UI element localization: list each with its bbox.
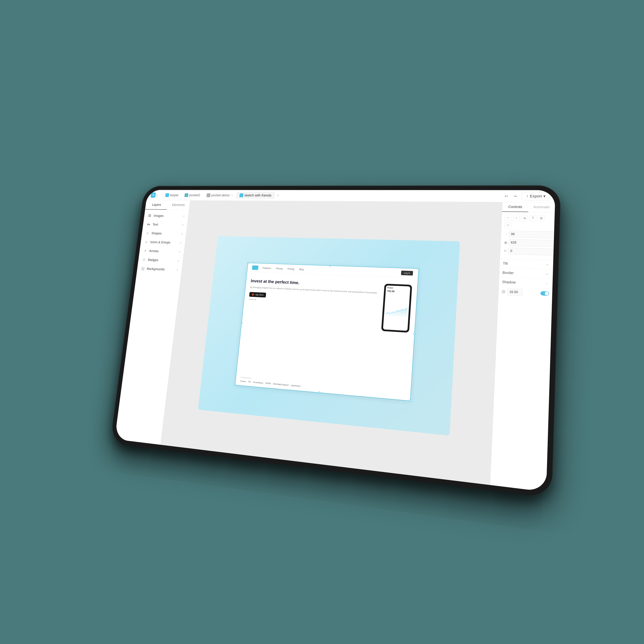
rotation-input[interactable] [508, 248, 555, 256]
mock-logo-cbs: ⑤CBS [265, 382, 271, 385]
shadow-value-input[interactable] [507, 288, 523, 296]
mock-logos: As featured in Forbes TiC PocketNews ⑤CB… [235, 376, 411, 401]
tab-pocket2[interactable]: pocket2 [181, 192, 203, 198]
icons-emojis-add-icon[interactable]: + [179, 241, 182, 245]
x-input[interactable] [509, 231, 555, 238]
export-label: Export [530, 194, 542, 198]
border-add-icon[interactable]: + [544, 272, 550, 277]
sidebar-item-text[interactable]: Aa Text + [143, 220, 188, 230]
logo-chevron-icon: ▾ [157, 194, 158, 196]
shadow-color-dot[interactable] [502, 290, 505, 293]
tab-sketch-with-friends[interactable]: sketch with friends [236, 192, 275, 199]
mock-nav-link-blog: Blog [298, 267, 305, 271]
right-sidebar-tabs: Controls Automate [502, 202, 555, 212]
redo-button[interactable]: ↪ [511, 193, 519, 199]
w-input-group: ▦ [504, 239, 555, 247]
mock-rating: ★★★★★ [249, 298, 378, 307]
mock-logo-tic: TiC [248, 381, 251, 383]
mock-logo-pocketnews: PocketNews [253, 381, 263, 384]
mock-hero-left: Invest at the perfect time. By leveragin… [242, 278, 379, 381]
images-label: Images [153, 214, 164, 218]
right-sidebar: Controls Automate ↔ ↕ ⇆ T ☰ [490, 202, 555, 492]
mock-phone-screen: Pocket 752.58 [383, 285, 410, 331]
transform-text[interactable]: T [529, 215, 536, 221]
icons-emojis-icon: ☺ [144, 239, 149, 244]
selection-handle-tr[interactable] [418, 268, 419, 270]
mock-chart-svg [385, 293, 409, 329]
top-bar-right: ↩ ↪ ↑ Export ▾ [502, 192, 550, 200]
canvas-content: Features Pricing Pricing Blog Log In [198, 236, 460, 436]
tab-add-button[interactable]: + [275, 193, 281, 198]
transform-align[interactable]: ☰ [538, 215, 545, 221]
tab-close-pocket-demo[interactable]: × [231, 194, 233, 197]
w-label: ▦ [504, 240, 507, 244]
sidebar-item-shapes[interactable]: ◇ Shapes + [141, 229, 186, 238]
logo-area: ✦ ▾ [150, 192, 158, 198]
export-button[interactable]: ↑ Export ▾ [522, 192, 550, 200]
xy-row: → T. [504, 231, 551, 238]
mock-nav-link-features: Features [261, 266, 272, 270]
selection-handle-br[interactable] [409, 400, 411, 402]
undo-button[interactable]: ↩ [503, 193, 510, 199]
sidebar-tab-elements[interactable]: Elements [167, 200, 190, 210]
shadow-toggle[interactable] [540, 291, 549, 296]
arrows-label: Arrows [149, 249, 159, 253]
tab-icon-taxpal [165, 193, 169, 197]
backgrounds-add-icon[interactable]: + [176, 268, 178, 272]
mock-hero-text: By leveraging insights from our network … [250, 286, 379, 295]
mock-phone-title: Pocket [387, 287, 409, 289]
selection-handle-mr[interactable] [413, 333, 415, 335]
x-label: → [504, 232, 508, 236]
images-add-icon[interactable]: + [183, 214, 185, 218]
mock-hero: Invest at the perfect time. By leveragin… [236, 272, 418, 391]
transform-flip-h[interactable]: ↔ [505, 215, 512, 221]
selection-handle-tm[interactable] [329, 265, 331, 267]
shadow-minus-icon[interactable]: − [544, 281, 550, 286]
right-sidebar-tab-automate[interactable]: Automate [528, 202, 555, 212]
sidebar-item-icons-emojis[interactable]: ☺ Icons & Emojis + [140, 237, 185, 248]
transform-crop[interactable]: □ [504, 222, 511, 228]
canvas-area[interactable]: Features Pricing Pricing Blog Log In [160, 200, 502, 485]
x-input-group: → [504, 231, 555, 238]
mock-logos-row: Forbes TiC PocketNews ⑤CBS FIVETHIRTYEIG… [240, 380, 405, 397]
right-sidebar-tab-controls[interactable]: Controls [502, 202, 528, 212]
canvas-frame-wrapper[interactable]: Features Pricing Pricing Blog Log In [235, 263, 419, 401]
shadow-toggle-knob [545, 292, 549, 295]
selection-handle-tl[interactable] [247, 262, 249, 264]
images-icon: 🖼 [147, 213, 152, 218]
sidebar-item-images[interactable]: 🖼 Images + [144, 211, 189, 221]
mock-logo-huffpost: HUFFPOST [291, 384, 301, 387]
selection-handle-ml[interactable] [241, 322, 243, 324]
tilt-label: Tilt [503, 261, 508, 265]
tab-icon-pocket-demo [206, 193, 211, 197]
arrows-add-icon[interactable]: + [178, 250, 181, 254]
transform-rotate[interactable]: ⇆ [521, 215, 528, 221]
selection-handle-bm[interactable] [318, 392, 320, 393]
tab-label-sketch: sketch with friends [244, 193, 272, 197]
sidebar-tab-layers[interactable]: Layers [145, 200, 168, 210]
app-logo-icon: ✦ [150, 192, 156, 198]
tab-taxpal[interactable]: taxpal [162, 192, 181, 198]
mock-nav-cta: Log In [401, 271, 413, 276]
tab-label-pocket2: pocket2 [189, 193, 200, 197]
tab-label-taxpal: taxpal [170, 193, 178, 197]
arrows-icon: ↗ [143, 248, 148, 253]
text-add-icon[interactable]: + [182, 223, 184, 227]
sidebar-item-badges[interactable]: ⬡ Badges + [138, 255, 183, 265]
mock-phone-value: 752.58 [387, 290, 409, 293]
shapes-add-icon[interactable]: + [181, 232, 183, 236]
tilt-add-icon[interactable]: + [545, 262, 550, 267]
mock-nav-link-pricing: Pricing [275, 266, 284, 271]
rotation-input-group: ↻ [503, 247, 555, 256]
shapes-label: Shapes [151, 231, 162, 235]
text-label: Text [152, 223, 158, 226]
rotation-label: ↻ [503, 249, 507, 253]
badges-add-icon[interactable]: + [177, 259, 180, 263]
sidebar-item-backgrounds[interactable]: ⬜ Backgrounds + [137, 264, 182, 275]
sidebar-item-arrows[interactable]: ↗ Arrows + [139, 246, 184, 256]
tab-pocket-demo[interactable]: pocket demo × [203, 192, 236, 198]
w-input[interactable] [508, 239, 555, 247]
transform-flip-v[interactable]: ↕ [513, 215, 520, 221]
selection-handle-bl[interactable] [234, 384, 236, 386]
mock-phone: Pocket 752.58 [381, 284, 412, 333]
